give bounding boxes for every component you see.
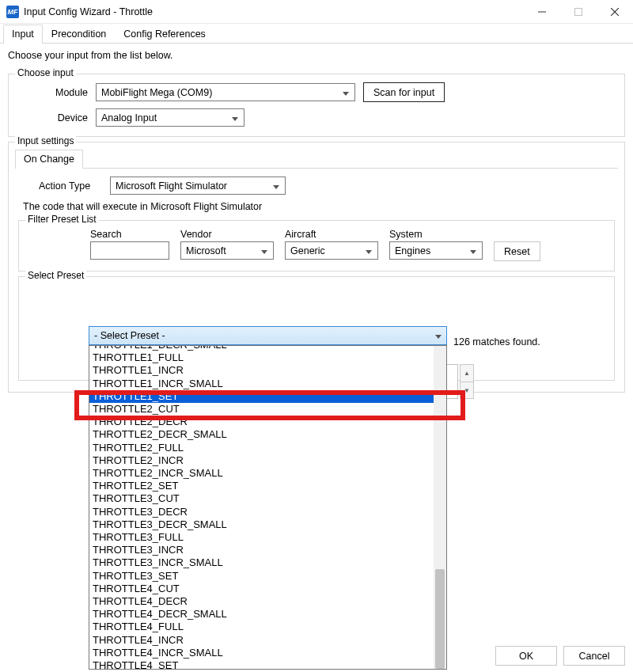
system-label: System [389,229,483,240]
instructions-text: Choose your input from the list below. [0,44,633,69]
aircraft-select[interactable]: Generic [285,241,378,260]
window-title: Input Config Wizard - Throttle [24,6,153,17]
preset-option[interactable]: THROTTLE4_INCR_SMALL [89,647,434,659]
preset-option[interactable]: THROTTLE3_DECR [89,506,434,518]
action-type-value: Microsoft Flight Simulator [116,180,227,192]
chevron-down-icon [342,87,350,98]
preset-option[interactable]: THROTTLE4_CUT [89,583,434,595]
titlebar: MF Input Config Wizard - Throttle [0,0,633,24]
preset-code-spinner[interactable]: ▲ ▼ [460,364,474,399]
preset-option[interactable]: THROTTLE2_INCR [89,454,434,467]
preset-option[interactable]: THROTTLE1_DECR_SMALL [89,346,434,351]
chevron-down-icon [365,245,373,256]
aircraft-value: Generic [290,245,325,256]
preset-dropdown-list: THROTTLE1_DECR_SMALLTHROTTLE1_FULLTHROTT… [89,345,447,670]
preset-option[interactable]: THROTTLE4_FULL [89,621,434,633]
device-label: Device [17,112,96,123]
main-tabs: Input Precondition Config References [0,24,633,44]
preset-select[interactable]: - Select Preset - [89,326,447,345]
preset-option[interactable]: THROTTLE1_SET [89,390,434,403]
vendor-value: Microsoft [186,245,226,256]
preset-option[interactable]: THROTTLE3_INCR_SMALL [89,556,434,569]
preset-option[interactable]: THROTTLE3_INCR [89,544,434,556]
svg-rect-1 [575,8,582,15]
minimize-button[interactable] [524,0,560,24]
preset-option[interactable]: THROTTLE3_CUT [89,492,434,505]
search-label: Search [90,229,169,240]
chevron-down-icon [260,245,268,256]
chevron-down-icon [469,245,477,256]
ok-button[interactable]: OK [495,646,557,666]
chevron-down-icon [231,112,239,123]
tab-config-references[interactable]: Config References [115,25,214,44]
module-label: Module [17,87,96,98]
cancel-button[interactable]: Cancel [563,646,625,666]
preset-option[interactable]: THROTTLE1_INCR_SMALL [89,378,434,390]
chevron-down-icon [272,180,280,192]
preset-option[interactable]: THROTTLE2_SET [89,480,434,492]
filter-preset-legend: Filter Preset List [25,214,99,225]
tab-precondition[interactable]: Precondition [43,25,116,44]
preset-option[interactable]: THROTTLE1_FULL [89,351,434,364]
preset-select-value: - Select Preset - [94,330,165,341]
preset-option[interactable]: THROTTLE1_INCR [89,364,434,377]
close-button[interactable] [597,0,633,24]
input-settings-tabs: On Change [15,149,618,169]
device-select[interactable]: Analog Input [96,108,244,127]
search-input[interactable] [90,241,169,260]
spinner-up-icon[interactable]: ▲ [460,364,474,382]
preset-option[interactable]: THROTTLE2_CUT [89,403,434,416]
spinner-down-icon[interactable]: ▼ [460,382,474,399]
vendor-label: Vendor [180,229,274,240]
input-settings-legend: Input settings [15,135,76,146]
preset-items: THROTTLE1_DECR_SMALLTHROTTLE1_FULLTHROTT… [89,346,434,669]
preset-option[interactable]: THROTTLE4_DECR [89,595,434,608]
preset-option[interactable]: THROTTLE2_INCR_SMALL [89,467,434,480]
preset-option[interactable]: THROTTLE4_SET [89,659,434,669]
preset-option[interactable]: THROTTLE2_DECR [89,416,434,428]
tab-on-change[interactable]: On Change [15,150,83,169]
choose-input-legend: Choose input [15,67,76,78]
choose-input-group: Choose input Module MobiFlight Mega (COM… [8,74,625,137]
action-type-select[interactable]: Microsoft Flight Simulator [110,177,286,195]
matches-count: 126 matches found. [453,336,540,347]
module-select-value: MobiFlight Mega (COM9) [101,87,212,98]
app-icon: MF [6,6,19,18]
preset-option[interactable]: THROTTLE3_DECR_SMALL [89,518,434,531]
preset-option[interactable]: THROTTLE4_DECR_SMALL [89,608,434,621]
system-value: Engines [395,245,430,256]
preset-option[interactable]: THROTTLE2_DECR_SMALL [89,428,434,441]
maximize-button[interactable] [560,0,597,24]
scan-for-input-button[interactable]: Scan for input [363,82,445,102]
preset-list-scrollbar[interactable] [434,346,446,669]
preset-option[interactable]: THROTTLE3_SET [89,570,434,583]
tab-input[interactable]: Input [3,25,43,44]
chevron-down-icon [435,330,442,341]
module-select[interactable]: MobiFlight Mega (COM9) [96,83,355,101]
device-select-value: Analog Input [101,112,157,123]
preset-option[interactable]: THROTTLE2_FULL [89,442,434,454]
select-preset-legend: Select Preset [25,270,86,281]
filter-preset-group: Filter Preset List Search Vendor Microso… [18,220,615,271]
action-type-label: Action Type [39,180,110,192]
preset-option[interactable]: THROTTLE3_FULL [89,531,434,544]
dialog-footer: OK Cancel [495,646,625,666]
aircraft-label: Aircraft [285,229,378,240]
vendor-select[interactable]: Microsoft [180,241,274,260]
reset-button[interactable]: Reset [494,241,540,261]
system-select[interactable]: Engines [389,241,483,260]
code-description: The code that will execute in Microsoft … [23,201,618,212]
preset-option[interactable]: THROTTLE4_INCR [89,634,434,647]
preset-list-scrollbar-thumb[interactable] [435,569,445,669]
